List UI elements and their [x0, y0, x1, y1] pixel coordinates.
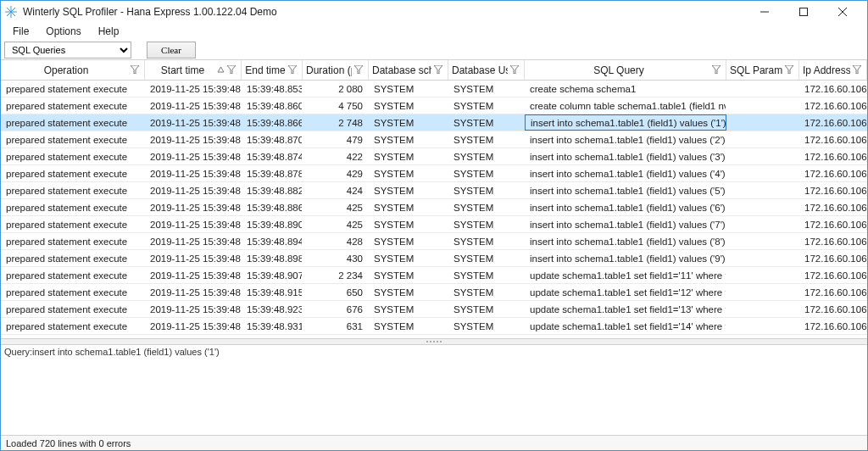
cell-dur: 4 750: [303, 97, 369, 114]
cell-schema: SYSTEM: [369, 233, 448, 249]
cell-dur: 422: [303, 148, 369, 164]
table-row[interactable]: prepared statement execute2019-11-25 15:…: [1, 233, 867, 250]
cell-user: SYSTEM: [448, 131, 525, 148]
table-row[interactable]: prepared statement execute2019-11-25 15:…: [1, 318, 867, 335]
filter-icon[interactable]: [434, 65, 444, 75]
cell-start: 2019-11-25 15:39:48.893881: [145, 233, 242, 249]
svg-marker-9: [218, 67, 224, 72]
cell-schema: SYSTEM: [369, 267, 448, 283]
table-row[interactable]: prepared statement execute2019-11-25 15:…: [1, 97, 867, 114]
menu-file[interactable]: File: [6, 24, 36, 39]
col-user[interactable]: Database User: [448, 60, 525, 80]
clear-button[interactable]: Clear: [147, 42, 196, 58]
minimize-button[interactable]: [745, 1, 784, 23]
cell-ip: 172.16.60.106: [799, 284, 867, 300]
cell-user: SYSTEM: [448, 284, 525, 300]
cell-op: prepared statement execute: [1, 81, 145, 97]
sort-asc-icon[interactable]: [217, 66, 225, 74]
svg-marker-12: [354, 65, 363, 74]
grid-body[interactable]: prepared statement execute2019-11-25 15:…: [1, 81, 867, 338]
filter-icon[interactable]: [227, 65, 237, 75]
data-grid: Operation Start time End time Duration (…: [1, 60, 867, 338]
close-button[interactable]: [823, 1, 862, 23]
filter-icon[interactable]: [510, 65, 520, 75]
cell-ip: 172.16.60.106: [799, 199, 867, 215]
window-controls: [745, 1, 862, 23]
cell-par: [726, 182, 799, 198]
cell-start: 2019-11-25 15:39:48.874126: [145, 148, 242, 164]
splitter[interactable]: [1, 338, 867, 345]
cell-ip: 172.16.60.106: [799, 131, 867, 148]
cell-op: prepared statement execute: [1, 199, 145, 215]
cell-sql: insert into schema1.table1 (field1) valu…: [525, 114, 726, 131]
filter-icon[interactable]: [288, 65, 298, 75]
table-row[interactable]: prepared statement execute2019-11-25 15:…: [1, 267, 867, 284]
filter-icon[interactable]: [853, 65, 863, 75]
cell-end: 15:39:48.882452: [242, 182, 303, 198]
filter-select[interactable]: SQL Queries: [4, 42, 131, 58]
cell-sql: insert into schema1.table1 (field1) valu…: [525, 148, 726, 164]
table-row[interactable]: prepared statement execute2019-11-25 15:…: [1, 250, 867, 267]
cell-start: 2019-11-25 15:39:48.882028: [145, 182, 242, 198]
table-row[interactable]: prepared statement execute2019-11-25 15:…: [1, 199, 867, 216]
table-row[interactable]: prepared statement execute2019-11-25 15:…: [1, 216, 867, 233]
cell-schema: SYSTEM: [369, 81, 448, 97]
col-sql[interactable]: SQL Query: [525, 60, 726, 80]
col-params[interactable]: SQL Parameters: [726, 60, 799, 80]
filter-icon[interactable]: [785, 65, 795, 75]
cell-par: [726, 233, 799, 249]
table-row[interactable]: prepared statement execute2019-11-25 15:…: [1, 148, 867, 165]
col-operation[interactable]: Operation: [1, 60, 145, 80]
cell-sql: insert into schema1.table1 (field1) valu…: [525, 165, 726, 181]
cell-op: prepared statement execute: [1, 233, 145, 249]
cell-schema: SYSTEM: [369, 131, 448, 148]
cell-end: 15:39:48.886365: [242, 199, 303, 215]
cell-schema: SYSTEM: [369, 148, 448, 164]
col-end-time[interactable]: End time: [242, 60, 303, 80]
cell-sql: insert into schema1.table1 (field1) valu…: [525, 216, 726, 232]
table-row[interactable]: prepared statement execute2019-11-25 15:…: [1, 131, 867, 148]
toolbar: SQL Queries Clear: [1, 40, 867, 60]
cell-ip: 172.16.60.106: [799, 318, 867, 334]
col-start-time[interactable]: Start time: [145, 60, 242, 80]
cell-dur: 479: [303, 131, 369, 148]
table-row[interactable]: prepared statement execute2019-11-25 15:…: [1, 114, 867, 131]
cell-schema: SYSTEM: [369, 97, 448, 114]
menu-options[interactable]: Options: [39, 24, 87, 39]
cell-dur: 2 234: [303, 267, 369, 283]
cell-start: 2019-11-25 15:39:48.922742: [145, 301, 242, 317]
cell-user: SYSTEM: [448, 267, 525, 283]
cell-ip: 172.16.60.106: [799, 301, 867, 317]
table-row[interactable]: prepared statement execute2019-11-25 15:…: [1, 284, 867, 301]
cell-dur: 425: [303, 199, 369, 215]
table-row[interactable]: prepared statement execute2019-11-25 15:…: [1, 301, 867, 318]
col-schema[interactable]: Database schema: [369, 60, 448, 80]
filter-icon[interactable]: [131, 65, 141, 75]
filter-icon[interactable]: [354, 65, 364, 75]
cell-op: prepared statement execute: [1, 165, 145, 181]
svg-rect-5: [800, 8, 808, 16]
cell-schema: SYSTEM: [369, 318, 448, 334]
filter-icon[interactable]: [712, 65, 722, 75]
cell-op: prepared statement execute: [1, 148, 145, 164]
cell-op: prepared statement execute: [1, 97, 145, 114]
table-row[interactable]: prepared statement execute2019-11-25 15:…: [1, 165, 867, 182]
cell-user: SYSTEM: [448, 81, 525, 97]
cell-schema: SYSTEM: [369, 182, 448, 198]
app-window: Winterly SQL Profiler - Hana Express 1.0…: [0, 0, 868, 451]
col-ip[interactable]: Ip Address: [799, 60, 867, 80]
cell-user: SYSTEM: [448, 97, 525, 114]
cell-dur: 425: [303, 216, 369, 232]
cell-ip: 172.16.60.106: [799, 250, 867, 266]
col-duration[interactable]: Duration (µs): [303, 60, 369, 80]
cell-start: 2019-11-25 15:39:48.870145: [145, 131, 242, 148]
cell-par: [726, 114, 799, 131]
cell-start: 2019-11-25 15:39:48.863797: [145, 114, 242, 131]
cell-ip: 172.16.60.106: [799, 81, 867, 97]
menu-help[interactable]: Help: [92, 24, 126, 39]
maximize-button[interactable]: [784, 1, 823, 23]
table-row[interactable]: prepared statement execute2019-11-25 15:…: [1, 182, 867, 199]
table-row[interactable]: prepared statement execute2019-11-25 15:…: [1, 81, 867, 97]
cell-dur: 676: [303, 301, 369, 317]
svg-marker-11: [288, 65, 297, 74]
